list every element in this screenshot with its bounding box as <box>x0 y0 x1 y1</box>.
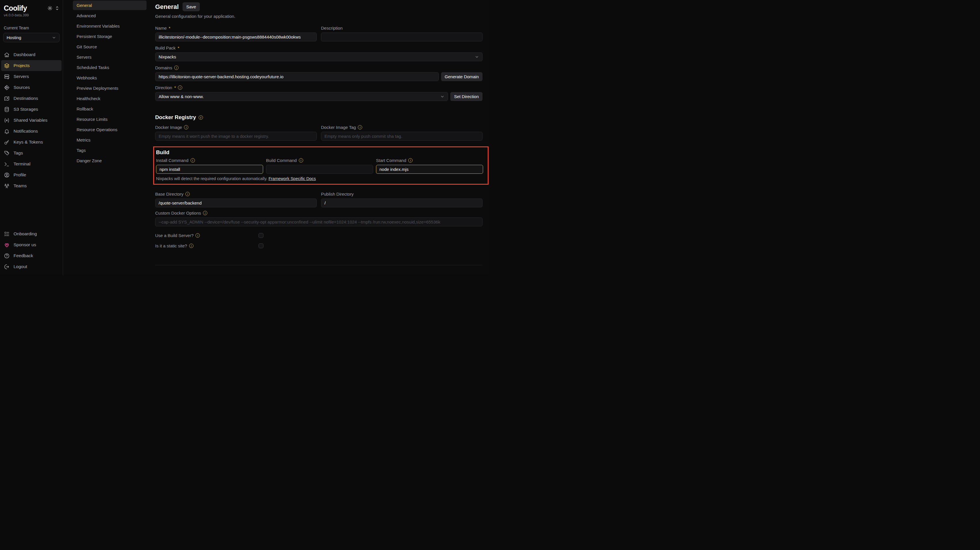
framework-docs-link[interactable]: Framework Specific Docs <box>269 176 316 181</box>
tab-scheduled-tasks[interactable]: Scheduled Tasks <box>73 63 146 72</box>
theme-toggle-sun-icon[interactable] <box>47 5 52 11</box>
sidebar-item-label: S3 Storages <box>14 107 38 112</box>
sidebar-item-onboarding[interactable]: Onboarding <box>1 228 62 239</box>
tab-advanced[interactable]: Advanced <box>73 11 146 21</box>
build-server-info-icon[interactable]: i <box>196 233 200 238</box>
domains-row: Generate Domain <box>155 72 482 81</box>
sidebar-item-shared-variables[interactable]: Shared Variables <box>1 115 62 126</box>
static-site-label: Is it a static site? i <box>155 243 259 248</box>
map-icon <box>4 95 10 101</box>
name-input[interactable] <box>155 33 317 41</box>
build-server-label: Use a Build Server? i <box>155 233 259 238</box>
description-input[interactable] <box>321 33 482 41</box>
tab-preview-deployments[interactable]: Preview Deployments <box>73 83 146 93</box>
generate-domain-button[interactable]: Generate Domain <box>441 72 482 81</box>
build-pack-field: Build Pack * Nixpacks <box>155 46 482 61</box>
settings-tab-list: General Advanced Environment Variables P… <box>73 0 146 275</box>
directories-row: Base Directory i Publish Directory <box>155 192 482 208</box>
install-command-field: Install Command i <box>156 158 263 174</box>
docker-image-info-icon[interactable]: i <box>184 125 188 130</box>
tab-resource-limits[interactable]: Resource Limits <box>73 114 146 124</box>
chevron-down-icon <box>440 94 444 99</box>
base-directory-input[interactable] <box>155 198 317 208</box>
sidebar-item-label: Sources <box>14 85 30 90</box>
sidebar-item-profile[interactable]: Profile <box>1 170 62 181</box>
tab-resource-operations[interactable]: Resource Operations <box>73 125 146 134</box>
build-command-label: Build Command i <box>266 158 373 163</box>
page-header: General Save <box>155 2 482 11</box>
domains-label: Domains i <box>155 65 482 70</box>
tab-servers[interactable]: Servers <box>73 52 146 62</box>
layers-icon <box>4 63 10 69</box>
build-command-info-icon[interactable]: i <box>299 158 303 163</box>
tab-git-source[interactable]: Git Source <box>73 42 146 51</box>
sidebar-item-notifications[interactable]: Notifications <box>1 126 62 136</box>
build-server-checkbox[interactable] <box>259 233 263 238</box>
sidebar-item-teams[interactable]: Teams <box>1 181 62 191</box>
tab-healthcheck[interactable]: Healthcheck <box>73 94 146 103</box>
docker-registry-row: Docker Image i Docker Image Tag i <box>155 125 482 141</box>
tab-rollback[interactable]: Rollback <box>73 104 146 114</box>
collapse-chevrons-icon[interactable] <box>55 6 59 11</box>
sidebar-item-feedback[interactable]: Feedback <box>1 250 62 261</box>
app-root: Coolify v4.0.0-beta.399 Current Team Hos… <box>0 0 490 275</box>
tab-general[interactable]: General <box>73 1 146 10</box>
sidebar-item-projects[interactable]: Projects <box>1 60 62 71</box>
custom-docker-options-input[interactable] <box>155 217 482 227</box>
sidebar-item-terminal[interactable]: Terminal <box>1 159 62 170</box>
docker-image-field: Docker Image i <box>155 125 317 141</box>
database-icon <box>4 106 10 113</box>
sidebar-item-servers[interactable]: Servers <box>1 71 62 82</box>
sidebar-item-sources[interactable]: Sources <box>1 82 62 93</box>
start-command-input[interactable] <box>376 165 483 174</box>
build-pack-label: Build Pack * <box>155 46 482 50</box>
base-directory-info-icon[interactable]: i <box>185 192 190 196</box>
base-directory-label: Base Directory i <box>155 192 317 197</box>
install-command-input[interactable] <box>156 165 263 174</box>
server-icon <box>4 74 10 80</box>
tab-persistent-storage[interactable]: Persistent Storage <box>73 32 146 41</box>
set-direction-button[interactable]: Set Direction <box>450 92 482 101</box>
custom-docker-options-info-icon[interactable]: i <box>203 211 207 215</box>
tab-danger-zone[interactable]: Danger Zone <box>73 156 146 165</box>
sidebar-item-tags[interactable]: Tags <box>1 147 62 159</box>
domains-input[interactable] <box>155 72 439 81</box>
start-command-label: Start Command i <box>376 158 483 163</box>
docker-image-tag-input[interactable] <box>321 132 482 141</box>
static-site-checkbox[interactable] <box>259 243 263 248</box>
sidebar-item-keys-tokens[interactable]: Keys & Tokens <box>1 136 62 147</box>
tag-icon <box>4 150 10 156</box>
direction-value: Allow www & non-www. <box>159 94 204 99</box>
domains-field: Domains i Generate Domain <box>155 65 482 81</box>
tab-webhooks[interactable]: Webhooks <box>73 73 146 82</box>
publish-directory-input[interactable] <box>321 198 482 208</box>
build-pack-select[interactable]: Nixpacks <box>155 52 482 61</box>
tab-environment-variables[interactable]: Environment Variables <box>73 21 146 31</box>
tab-tags[interactable]: Tags <box>73 146 146 155</box>
sidebar-item-label: Servers <box>14 74 29 79</box>
sidebar-item-logout[interactable]: Logout <box>1 261 62 272</box>
docker-image-tag-info-icon[interactable]: i <box>358 125 362 130</box>
sidebar-item-destinations[interactable]: Destinations <box>1 93 62 104</box>
tab-metrics[interactable]: Metrics <box>73 135 146 145</box>
save-button[interactable]: Save <box>183 2 200 11</box>
sidebar-item-dashboard[interactable]: Dashboard <box>1 49 62 60</box>
sidebar-item-s3-storages[interactable]: S3 Storages <box>1 104 62 115</box>
direction-info-icon[interactable]: i <box>178 86 182 90</box>
build-command-input[interactable] <box>266 165 373 174</box>
build-commands-row: Install Command i Build Command i Start … <box>156 158 483 174</box>
start-command-info-icon[interactable]: i <box>408 158 412 163</box>
install-command-info-icon[interactable]: i <box>191 158 195 163</box>
docker-registry-info-icon[interactable]: i <box>199 115 203 120</box>
team-select[interactable]: Hosting <box>3 33 60 42</box>
sidebar-header-actions <box>47 5 59 11</box>
docker-image-input[interactable] <box>155 132 317 141</box>
required-asterisk: * <box>178 46 179 50</box>
domains-info-icon[interactable]: i <box>174 66 178 70</box>
user-circle-icon <box>4 172 10 178</box>
static-site-info-icon[interactable]: i <box>189 244 194 248</box>
sidebar-item-label: Destinations <box>14 96 38 101</box>
checklist-icon <box>4 231 10 237</box>
direction-select[interactable]: Allow www & non-www. <box>155 92 448 101</box>
sidebar-item-sponsor-us[interactable]: Sponsor us <box>1 239 62 250</box>
